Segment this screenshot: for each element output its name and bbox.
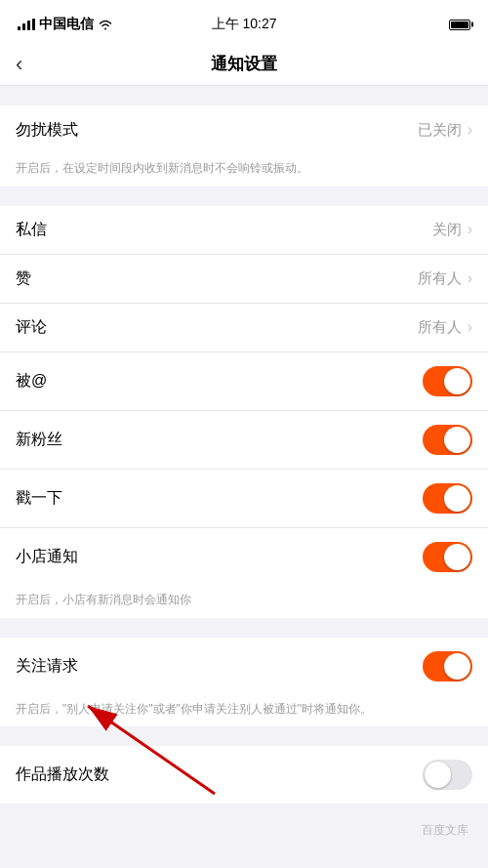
group-separator-2	[0, 186, 488, 196]
wifi-icon	[98, 19, 113, 30]
follow-request-toggle[interactable]	[423, 651, 472, 682]
carrier-name: 中国电信	[39, 16, 94, 33]
mention-toggle[interactable]	[423, 366, 472, 396]
mention-toggle-knob	[444, 368, 470, 394]
new-fans-toggle-knob	[444, 427, 470, 453]
play-count-toggle-knob	[425, 762, 451, 788]
like-chevron: ›	[468, 269, 472, 287]
dnd-right: 已关闭 ›	[418, 121, 472, 140]
status-time: 上午 10:27	[212, 16, 277, 33]
new-fans-label: 新粉丝	[16, 430, 62, 450]
comment-label: 评论	[16, 317, 47, 338]
comment-right: 所有人 ›	[418, 318, 472, 337]
play-count-label: 作品播放次数	[16, 765, 109, 785]
dnd-item[interactable]: 勿扰模式 已关闭 ›	[0, 105, 488, 154]
new-fans-item: 新粉丝	[0, 411, 488, 470]
group-separator-4	[0, 726, 488, 736]
play-count-item: 作品播放次数	[0, 746, 488, 804]
comment-value: 所有人	[418, 318, 462, 337]
like-label: 赞	[16, 269, 31, 289]
poke-toggle[interactable]	[423, 483, 472, 514]
follow-request-toggle-knob	[444, 653, 470, 680]
follow-group: 关注请求	[0, 638, 488, 695]
poke-toggle-knob	[444, 485, 470, 512]
like-value: 所有人	[418, 269, 462, 288]
back-button[interactable]: ‹	[16, 52, 22, 77]
shop-notify-toggle[interactable]	[423, 542, 472, 572]
like-right: 所有人 ›	[418, 269, 472, 288]
battery-area	[449, 20, 470, 30]
nav-bar: ‹ 通知设置	[0, 43, 488, 86]
battery-icon	[449, 20, 470, 30]
dnd-hint: 开启后，在设定时间段内收到新消息时不会响铃或振动。	[0, 154, 488, 186]
shop-notify-item: 小店通知	[0, 528, 488, 586]
poke-label: 戳一下	[16, 488, 62, 509]
mention-label: 被@	[16, 371, 47, 392]
follow-request-hint: 开启后，"别人申请关注你"或者"你申请关注别人被通过"时将通知你。	[0, 695, 488, 727]
play-count-toggle[interactable]	[423, 760, 472, 790]
play-count-group: 作品播放次数	[0, 746, 488, 804]
follow-request-item: 关注请求	[0, 638, 488, 695]
poke-item: 戳一下	[0, 470, 488, 528]
comment-item[interactable]: 评论 所有人 ›	[0, 304, 488, 352]
status-bar: 中国电信 上午 10:27	[0, 0, 488, 43]
mention-item: 被@	[0, 352, 488, 411]
dnd-group: 勿扰模式 已关闭 ›	[0, 105, 488, 154]
private-message-value: 关闭	[432, 221, 462, 239]
private-message-chevron: ›	[468, 221, 472, 238]
dnd-value: 已关闭	[418, 121, 462, 140]
notifications-group: 私信 关闭 › 赞 所有人 › 评论 所有人 › 被@ 新粉丝	[0, 206, 488, 586]
dnd-chevron: ›	[468, 121, 472, 139]
signal-icon	[18, 19, 35, 30]
shop-notify-hint: 开启后，小店有新消息时会通知你	[0, 586, 488, 618]
private-message-item[interactable]: 私信 关闭 ›	[0, 206, 488, 255]
private-message-right: 关闭 ›	[432, 221, 472, 239]
group-separator-3	[0, 618, 488, 628]
carrier-info: 中国电信	[18, 16, 113, 33]
like-item[interactable]: 赞 所有人 ›	[0, 255, 488, 304]
group-separator-1	[0, 86, 488, 96]
page-title: 通知设置	[211, 53, 277, 75]
shop-notify-label: 小店通知	[16, 547, 78, 567]
watermark: 百度文库	[422, 822, 468, 839]
follow-request-label: 关注请求	[16, 656, 78, 677]
dnd-label: 勿扰模式	[16, 120, 78, 141]
private-message-label: 私信	[16, 220, 47, 240]
comment-chevron: ›	[468, 318, 472, 336]
new-fans-toggle[interactable]	[423, 425, 472, 455]
shop-notify-toggle-knob	[444, 544, 470, 570]
